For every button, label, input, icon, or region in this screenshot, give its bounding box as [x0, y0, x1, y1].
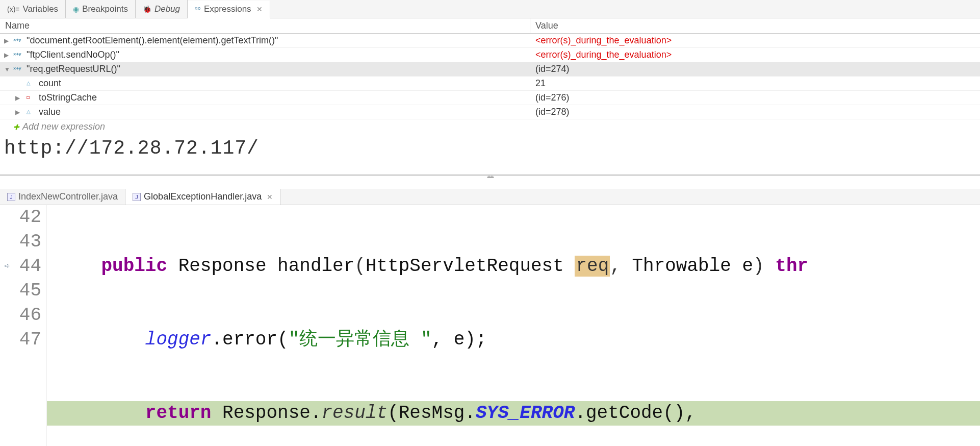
expression-value: (id=274) — [530, 64, 980, 75]
debug-current-line-icon: ➪ — [0, 254, 14, 279]
field-name: count — [39, 78, 61, 89]
gutter: ➪ — [0, 205, 14, 446]
expand-arrow-icon[interactable]: ▶ — [15, 109, 21, 116]
editor-tab-label: GlobalExceptionHandler.java — [144, 191, 262, 202]
tab-debug[interactable]: 🐞 Debug — [136, 0, 188, 18]
line-number: 45 — [14, 279, 41, 303]
field-value: 21 — [530, 78, 980, 89]
field-name: toStringCache — [39, 92, 97, 103]
line-number: 44 — [14, 254, 41, 279]
expression-row[interactable]: ▶ ˣ⁺ʸ "document.getRootElement().element… — [0, 34, 980, 48]
add-icon: ✚ — [13, 123, 19, 131]
field-row[interactable]: △ count 21 — [0, 77, 980, 91]
variables-icon: (x)= — [7, 5, 20, 13]
field-object-icon: ◘ — [27, 94, 34, 102]
debug-icon: 🐞 — [143, 5, 151, 13]
line-number: 42 — [14, 205, 41, 230]
field-primitive-icon: △ — [27, 80, 34, 87]
field-name: value — [39, 107, 61, 117]
add-expression-row[interactable]: ✚ Add new expression — [0, 119, 980, 134]
java-file-icon: J — [7, 193, 15, 201]
field-row[interactable]: ▶ △ value (id=278) — [0, 105, 980, 119]
expression-icon: ˣ⁺ʸ — [13, 66, 23, 73]
collapse-arrow-icon[interactable]: ▼ — [4, 66, 10, 73]
expand-arrow-icon[interactable]: ▶ — [4, 52, 10, 59]
expression-name: "req.getRequestURL()" — [27, 64, 120, 75]
highlighted-variable: req — [575, 256, 610, 277]
add-expression-label: Add new expression — [22, 121, 105, 132]
breakpoints-icon: ◉ — [73, 5, 79, 13]
editor-tab-active[interactable]: J GlobalExceptionHandler.java ✕ — [125, 189, 280, 205]
editor-tab-label: IndexNewController.java — [18, 191, 118, 202]
expression-name: "ftpClient.sendNoOp()" — [27, 49, 119, 60]
expression-detail-value: http://172.28.72.117/ — [0, 134, 980, 175]
current-execution-line: return Response.result(ResMsg.SYS_ERROR.… — [47, 401, 980, 426]
line-number: 47 — [14, 328, 41, 352]
field-row[interactable]: ▶ ◘ toStringCache (id=276) — [0, 91, 980, 105]
expression-value: <error(s)_during_the_evaluation> — [530, 49, 980, 60]
editor-tabbar: J IndexNewController.java J GlobalExcept… — [0, 189, 980, 205]
tab-label: Debug — [154, 4, 180, 14]
tab-variables[interactable]: (x)= Variables — [0, 0, 66, 18]
close-icon[interactable]: ✕ — [267, 193, 273, 201]
tab-label: Variables — [23, 4, 59, 14]
line-number: 43 — [14, 230, 41, 254]
expression-name: "document.getRootElement().element(eleme… — [27, 35, 278, 46]
expression-icon: ˣ⁺ʸ — [13, 52, 23, 59]
expand-arrow-icon[interactable]: ▶ — [4, 37, 10, 44]
java-file-icon: J — [133, 193, 141, 201]
line-number: 46 — [14, 303, 41, 328]
expressions-icon: ᵍᵒ — [195, 5, 201, 13]
expand-arrow-icon[interactable]: ▶ — [15, 94, 21, 102]
code-editor[interactable]: ➪ 42 43 44 45 46 47 public Response hand… — [0, 205, 980, 446]
expression-row[interactable]: ▶ ˣ⁺ʸ "ftpClient.sendNoOp()" <error(s)_d… — [0, 48, 980, 62]
line-number-gutter: 42 43 44 45 46 47 — [14, 205, 47, 446]
column-header-value[interactable]: Value — [530, 18, 980, 33]
field-value: (id=276) — [530, 92, 980, 103]
code-area[interactable]: public Response handler(HttpServletReque… — [47, 205, 980, 446]
expressions-table-header: Name Value — [0, 18, 980, 34]
close-icon[interactable]: ✕ — [256, 5, 263, 13]
drag-handle-icon: ▴▴▴▴ — [487, 174, 493, 179]
tab-label: Breakpoints — [82, 4, 128, 14]
column-header-name[interactable]: Name — [0, 18, 530, 33]
editor-tab-inactive[interactable]: J IndexNewController.java — [0, 189, 125, 205]
split-handle[interactable]: ▴▴▴▴ — [0, 175, 980, 189]
tab-label: Expressions — [204, 4, 251, 14]
expression-row[interactable]: ▼ ˣ⁺ʸ "req.getRequestURL()" (id=274) — [0, 62, 980, 77]
tab-expressions[interactable]: ᵍᵒ Expressions ✕ — [188, 1, 270, 18]
tab-breakpoints[interactable]: ◉ Breakpoints — [66, 0, 136, 18]
field-value: (id=278) — [530, 107, 980, 117]
debug-views-tabbar: (x)= Variables ◉ Breakpoints 🐞 Debug ᵍᵒ … — [0, 0, 980, 18]
field-primitive-icon: △ — [27, 109, 34, 116]
expression-value: <error(s)_during_the_evaluation> — [530, 35, 980, 46]
expression-icon: ˣ⁺ʸ — [13, 37, 23, 44]
